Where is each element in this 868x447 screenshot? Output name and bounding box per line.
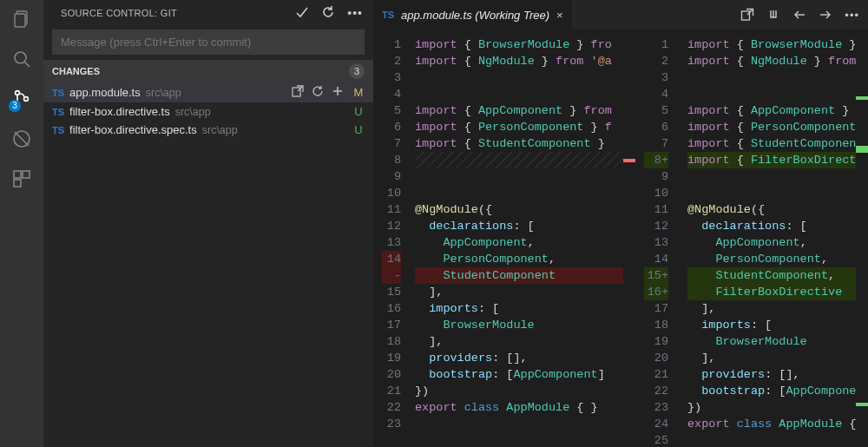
file-path: src\app [175, 106, 211, 118]
more-actions-icon[interactable]: ••• [845, 9, 859, 22]
activity-bar: 3 [0, 0, 43, 447]
panel-title-row: SOURCE CONTROL: GIT ••• [43, 0, 373, 26]
close-icon[interactable]: × [556, 9, 563, 22]
editor-tab-bar: TS app.module.ts (Working Tree) × ••• [373, 0, 868, 30]
code-modified: import { BrowserModule } froimport { NgM… [682, 30, 856, 447]
changes-file-list: TS app.module.ts src\app M TS filter-box… [43, 82, 373, 139]
refresh-icon[interactable] [321, 5, 335, 21]
previous-change-icon[interactable] [792, 8, 806, 22]
file-path: src\app [146, 87, 181, 99]
commit-message-input[interactable] [52, 30, 365, 55]
search-icon[interactable] [11, 49, 32, 69]
changes-section-label: CHANGES [52, 66, 100, 76]
more-actions-icon[interactable]: ••• [347, 6, 363, 20]
editor-area: TS app.module.ts (Working Tree) × ••• 12… [373, 0, 868, 447]
explorer-icon[interactable] [11, 9, 32, 30]
ts-icon: TS [382, 10, 394, 20]
open-file-icon[interactable] [292, 85, 304, 100]
whitespace-icon[interactable] [766, 8, 780, 22]
editor-tab[interactable]: TS app.module.ts (Working Tree) × [373, 0, 573, 30]
svg-line-17 [747, 10, 753, 16]
extensions-icon[interactable] [11, 168, 32, 189]
tab-title: app.module.ts (Working Tree) [401, 9, 549, 22]
ts-icon: TS [52, 88, 64, 98]
file-name: app.module.ts [69, 86, 141, 99]
source-control-icon[interactable]: 3 [11, 89, 32, 109]
file-status: U [352, 105, 365, 118]
svg-point-2 [15, 52, 26, 63]
svg-rect-10 [23, 171, 30, 178]
file-status: U [352, 123, 365, 136]
next-change-icon[interactable] [819, 8, 832, 22]
svg-rect-1 [15, 14, 25, 27]
code-original: import { BrowserModule } froimport { NgM… [410, 30, 623, 447]
overview-ruler-left[interactable] [623, 30, 635, 447]
svg-line-8 [15, 132, 29, 146]
svg-line-3 [25, 62, 30, 68]
file-status: M [352, 86, 365, 99]
discard-changes-icon[interactable] [312, 85, 324, 100]
ts-icon: TS [52, 125, 64, 135]
diff-editor[interactable]: 1234567891011121314 -151617181920212223 … [373, 30, 868, 447]
diff-modified-pane: 12345678+9101112131415+16+17181920212223… [635, 30, 856, 447]
svg-point-4 [16, 91, 20, 95]
file-path: src\app [202, 124, 238, 136]
panel-title: SOURCE CONTROL: GIT [61, 8, 177, 18]
changes-count-badge: 3 [349, 63, 365, 79]
stage-changes-icon[interactable] [332, 85, 344, 100]
svg-rect-9 [14, 171, 21, 178]
file-name: filter-box.directive.ts [69, 105, 170, 118]
diff-original-pane: 1234567891011121314 -151617181920212223 … [373, 30, 623, 447]
editor-title-actions: ••• [732, 0, 868, 30]
file-name: filter-box.directive.spec.ts [69, 123, 197, 136]
scm-badge: 3 [9, 100, 21, 112]
commit-check-icon[interactable] [295, 5, 309, 21]
file-row[interactable]: TS filter-box.directive.spec.ts src\app … [43, 121, 373, 139]
overview-ruler-right[interactable] [856, 30, 868, 447]
debug-icon[interactable] [11, 128, 32, 149]
changes-section-header[interactable]: CHANGES 3 [43, 60, 373, 82]
ts-icon: TS [52, 107, 64, 117]
file-row[interactable]: TS filter-box.directive.ts src\app U [43, 102, 373, 121]
source-control-panel: SOURCE CONTROL: GIT ••• CHANGES 3 TS app… [43, 0, 373, 447]
open-file-icon[interactable] [740, 8, 754, 22]
svg-rect-11 [14, 180, 21, 187]
file-row[interactable]: TS app.module.ts src\app M [43, 82, 373, 102]
svg-rect-16 [742, 11, 750, 20]
line-numbers-right: 12345678+9101112131415+16+17181920212223… [635, 30, 682, 447]
line-numbers-left: 1234567891011121314 -151617181920212223 [373, 30, 410, 447]
file-row-actions [292, 85, 344, 100]
